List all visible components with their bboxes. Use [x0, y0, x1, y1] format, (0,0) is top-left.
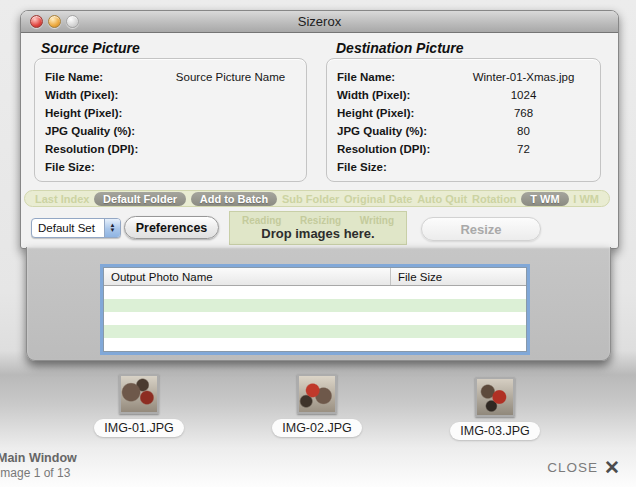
source-field-row: Height (Pixel): [45, 104, 298, 122]
photo-thumbnail-icon[interactable] [475, 377, 515, 417]
output-table-header: Output Photo Name File Size [104, 268, 526, 286]
field-value: 1024 [455, 89, 592, 101]
photo-thumbnail-icon[interactable] [119, 374, 159, 414]
toggle-default-folder[interactable]: Default Folder [94, 192, 186, 206]
stage-resizing: Resizing [300, 215, 341, 226]
preferences-button[interactable]: Preferences [124, 216, 219, 239]
preset-select-value: Default Set [32, 222, 104, 234]
stage-reading: Reading [242, 215, 281, 226]
field-value: 768 [455, 107, 592, 119]
output-table[interactable]: Output Photo Name File Size [103, 267, 527, 352]
window-title: Sizerox [21, 14, 618, 29]
destination-panel: File Name: Winter-01-Xmas.jpg Width (Pix… [326, 58, 601, 182]
destination-field-row: JPG Quality (%): 80 [337, 122, 592, 140]
toggle-i-wm[interactable]: I WM [573, 193, 599, 205]
field-label: Height (Pixel): [45, 107, 163, 119]
toggle-auto-quit[interactable]: Auto Quit [417, 193, 467, 205]
thumbnail-img-03[interactable]: IMG-03.JPG [450, 377, 540, 440]
field-label: Width (Pixel): [45, 89, 163, 101]
stage-writing: Writing [360, 215, 394, 226]
field-label: JPG Quality (%): [45, 125, 163, 137]
preset-select[interactable]: Default Set ▲▼ [31, 218, 121, 238]
photo-thumbnail-icon[interactable] [297, 374, 337, 414]
field-label: Resolution (DPI): [45, 143, 163, 155]
field-label: File Size: [337, 161, 455, 173]
progress-stage-labels: Reading Resizing Writing [230, 212, 406, 226]
close-x-icon: ✕ [604, 458, 620, 477]
field-value: Source Picture Name [163, 71, 298, 83]
drop-zone-message: Drop images here. [230, 226, 406, 241]
field-value: Winter-01-Xmas.jpg [455, 71, 592, 83]
destination-field-row: File Size: [337, 158, 592, 176]
close-button[interactable]: CLOSE ✕ [547, 458, 620, 477]
output-drawer: Output Photo Name File Size [26, 247, 611, 361]
source-field-row: Resolution (DPI): [45, 140, 298, 158]
thumbnail-filename: IMG-03.JPG [450, 422, 539, 440]
column-header-file-size[interactable]: File Size [391, 268, 526, 285]
field-value: 80 [455, 125, 592, 137]
field-label: Resolution (DPI): [337, 143, 455, 155]
toggle-last-index[interactable]: Last Index [35, 193, 89, 205]
source-panel: File Name: Source Picture Name Width (Pi… [34, 58, 307, 182]
toggle-original-date[interactable]: Original Date [344, 193, 412, 205]
source-field-row: File Name: Source Picture Name [45, 68, 298, 86]
source-field-row: Width (Pixel): [45, 86, 298, 104]
main-window: Sizerox Source Picture Destination Pictu… [20, 10, 619, 249]
field-label: File Size: [45, 161, 163, 173]
destination-panel-heading: Destination Picture [336, 40, 464, 56]
close-label: CLOSE [547, 460, 598, 475]
status-image-count: Image 1 of 13 [0, 466, 70, 480]
title-bar[interactable]: Sizerox [21, 11, 618, 33]
thumbnail-filename: IMG-02.JPG [272, 419, 361, 437]
destination-field-row: Resolution (DPI): 72 [337, 140, 592, 158]
thumbnail-img-02[interactable]: IMG-02.JPG [272, 374, 362, 437]
column-header-output-photo-name[interactable]: Output Photo Name [104, 268, 391, 285]
toggle-add-to-batch[interactable]: Add to Batch [191, 192, 277, 206]
drop-images-zone[interactable]: Reading Resizing Writing Drop images her… [229, 211, 407, 245]
source-field-row: File Size: [45, 158, 298, 176]
thumbnail-filename: IMG-01.JPG [94, 419, 183, 437]
destination-field-row: Height (Pixel): 768 [337, 104, 592, 122]
output-table-body[interactable] [104, 286, 526, 351]
source-panel-heading: Source Picture [41, 40, 140, 56]
toggle-t-wm[interactable]: T WM [521, 192, 568, 206]
field-label: File Name: [45, 71, 163, 83]
options-toggle-bar: Last Index Default Folder Add to Batch S… [24, 190, 610, 207]
resize-button[interactable]: Resize [421, 217, 541, 241]
source-field-row: JPG Quality (%): [45, 122, 298, 140]
destination-field-row: File Name: Winter-01-Xmas.jpg [337, 68, 592, 86]
field-label: File Name: [337, 71, 455, 83]
field-label: JPG Quality (%): [337, 125, 455, 137]
toggle-rotation[interactable]: Rotation [472, 193, 517, 205]
thumbnail-img-01[interactable]: IMG-01.JPG [94, 374, 184, 437]
destination-field-row: Width (Pixel): 1024 [337, 86, 592, 104]
status-window-name: Main Window [0, 451, 77, 465]
stepper-arrows-icon: ▲▼ [104, 219, 120, 237]
field-label: Width (Pixel): [337, 89, 455, 101]
field-label: Height (Pixel): [337, 107, 455, 119]
toggle-sub-folder[interactable]: Sub Folder [282, 193, 339, 205]
field-value: 72 [455, 143, 592, 155]
